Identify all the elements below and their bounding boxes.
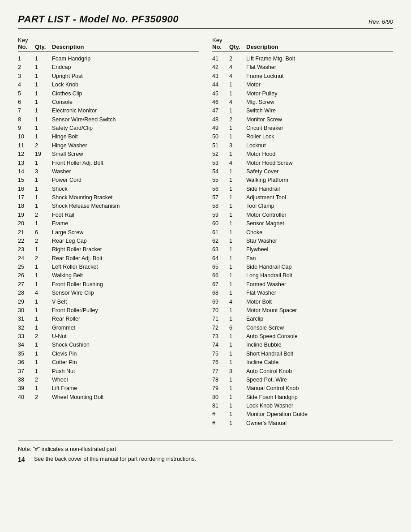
part-no: 30 [18,306,35,315]
table-row: 39 1 Lift Frame [18,384,199,393]
part-no: 76 [212,358,229,367]
left-desc-label: Description [52,43,199,50]
part-qty: 2 [35,393,52,402]
part-no: 28 [18,289,35,297]
table-row: 19 2 Foot Rail [18,211,199,219]
part-desc: Sensor Wire Clip [52,289,199,297]
part-qty: 4 [229,72,246,81]
part-qty: 2 [35,237,52,245]
part-desc: Hinge Bolt [52,133,199,141]
part-no: 32 [18,324,35,332]
part-no: 80 [212,393,229,402]
part-desc: Frame [52,219,199,228]
part-no: 66 [212,271,229,280]
table-row: 61 1 Choke [212,228,393,237]
footer-instructions: See the back cover of this manual for pa… [34,456,196,462]
footer-section: Note: "#" indicates a non-illustrated pa… [18,440,393,463]
table-row: 11 2 Hinge Washer [18,142,199,150]
part-no: 53 [212,159,229,167]
table-row: 80 1 Side Foam Handgrip [212,393,393,402]
part-desc: Owner's Manual [246,419,393,428]
part-no: 1 [18,55,35,63]
part-desc: Choke [246,228,393,237]
part-qty: 1 [229,211,246,219]
part-qty: 1 [229,280,246,289]
part-qty: 1 [229,376,246,384]
part-no: 21 [18,228,35,237]
table-row: 5 1 Clothes Clip [18,90,199,98]
part-qty: 1 [35,245,52,254]
part-qty: 1 [35,271,52,280]
table-row: 28 4 Sensor Wire Clip [18,289,199,297]
part-desc: Console Screw [246,324,393,332]
part-qty: 1 [35,341,52,349]
part-qty: 1 [35,384,52,393]
part-desc: Power Cord [52,176,199,184]
part-qty: 1 [229,133,246,141]
part-qty: 2 [35,332,52,341]
part-no: 55 [212,176,229,184]
part-qty: 4 [35,289,52,297]
table-row: 22 2 Rear Leg Cap [18,237,199,245]
part-no: 59 [212,211,229,219]
part-desc: Incline Cable [246,358,393,367]
table-row: 8 1 Sensor Wire/Reed Switch [18,116,199,124]
part-qty: 8 [229,367,246,376]
part-qty: 1 [229,185,246,193]
table-row: 27 1 Front Roller Bushing [18,280,199,289]
part-no: 29 [18,298,35,306]
table-row: 16 1 Shock [18,185,199,193]
table-row: 48 2 Monitor Screw [212,116,393,124]
table-row: 31 1 Rear Roller [18,315,199,323]
part-no: 52 [212,150,229,159]
part-no: 16 [18,185,35,193]
part-no: 74 [212,341,229,349]
part-desc: Wheel Mounting Bolt [52,393,199,402]
part-no: 68 [212,289,229,297]
table-row: 64 1 Fan [212,254,393,263]
part-no: 75 [212,350,229,358]
table-row: 75 1 Short Handrail Bolt [212,350,393,358]
part-qty: 1 [229,350,246,358]
table-row: 71 1 Earclip [212,315,393,323]
part-no: 40 [18,393,35,402]
table-row: 30 1 Front Roller/Pulley [18,306,199,315]
part-no: 60 [212,219,229,228]
part-desc: Clothes Clip [52,90,199,98]
part-desc: Washer [52,167,199,176]
table-row: 62 1 Star Washer [212,237,393,245]
table-row: 12 19 Small Screw [18,150,199,159]
part-desc: Right Roller Bracket [52,245,199,254]
part-desc: Motor Bolt [246,298,393,306]
part-desc: Lock Knob Washer [246,402,393,410]
part-no: 34 [18,341,35,349]
table-row: 57 1 Adjustment Tool [212,193,393,202]
table-row: 17 1 Shock Mounting Bracket [18,193,199,202]
part-qty: 1 [35,72,52,81]
part-qty: 1 [229,228,246,237]
part-qty: 1 [229,167,246,176]
rev-label: Rev. 6/90 [368,18,393,25]
table-row: 73 1 Auto Speed Console [212,332,393,341]
table-row: 20 1 Frame [18,219,199,228]
table-row: # 1 Monitor Operation Guide [212,410,393,419]
part-desc: V-Belt [52,298,199,306]
part-no: 41 [212,55,229,63]
part-desc: Foot Rail [52,211,199,219]
part-desc: Hinge Washer [52,142,199,150]
table-row: 1 1 Foam Handgrip [18,55,199,63]
part-desc: Rear Roller [52,315,199,323]
part-desc: Sensor Magnet [246,219,393,228]
part-desc: Formed Washer [246,280,393,289]
part-no: 48 [212,116,229,124]
part-qty: 1 [229,237,246,245]
part-desc: Motor Controller [246,211,393,219]
part-qty: 2 [229,55,246,63]
part-qty: 1 [35,306,52,315]
right-key-label: Key [212,37,229,43]
part-no: 5 [18,90,35,98]
part-desc: Speed Pot. Wire [246,376,393,384]
part-qty: 1 [229,107,246,115]
part-desc: Large Screw [52,228,199,237]
part-qty: 1 [229,90,246,98]
